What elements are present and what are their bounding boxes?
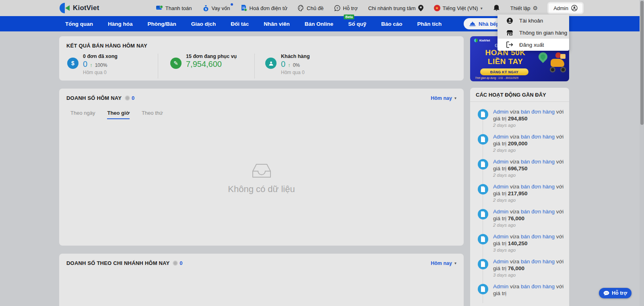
stat-customers-value: 0 [281,60,285,69]
stat-orders-serving: ✎ 15 đơn đang phục vụ 7,954,600 [158,54,255,79]
invoice-circle-icon [478,284,488,294]
scrollbar-thumb[interactable] [640,1,644,125]
kiotviet-logo[interactable]: KiotViet [60,3,99,13]
chevron-down-icon: ▾ [454,261,456,265]
nav-item[interactable]: Bán Online [305,21,333,27]
loan-link[interactable]: $ Vay vốn [202,5,230,12]
theme-link[interactable]: Chủ đề [298,5,324,11]
menu-item-store-info[interactable]: Thông tin gian hàng [497,27,569,39]
einvoice-link[interactable]: Hoá đơn điện tử [241,5,288,11]
tab-by-weekday[interactable]: Theo thứ [142,110,163,119]
stat-customers: Khách hàng 0 ↑ 0% Hôm qua 0 [255,54,310,79]
palette-icon [298,5,304,11]
up-arrow-icon: ↑ [288,62,291,68]
account-icon [506,17,513,24]
activity-order-link[interactable]: bán đơn hàng [521,258,555,265]
stat-serving-value: 7,954,600 [186,60,222,69]
user-account-button[interactable]: Admin [548,3,583,13]
activity-time: 2 days ago [493,148,565,153]
activity-order-link[interactable]: bán đơn hàng [521,234,555,240]
revenue-today-filter[interactable]: Hôm nay ▾ [431,95,456,101]
notifications-button[interactable] [493,4,500,12]
einvoice-label: Hoá đơn điện tử [250,5,288,11]
payment-card-icon [156,5,163,11]
activity-order-link[interactable]: bán đơn hàng [521,184,555,190]
money-bag-icon: $ [202,5,209,12]
revenue-branch-filter[interactable]: Hôm nay ▾ [431,261,456,266]
pencil-circle-icon: ✎ [170,58,182,69]
nav-item[interactable]: Hàng hóa [108,21,133,27]
nav-item[interactable]: Sổ quỹ [348,21,366,27]
activity-order-link[interactable]: bán đơn hàng [521,134,555,140]
banner-line3: LIỀN TAY [470,57,541,66]
activity-value: 76,000 [508,215,524,221]
bell-icon [493,4,500,12]
refresh-circle-icon [125,95,130,101]
activity-item: Admin vừa bán đơn hàng với giá trị 140,2… [470,233,569,258]
activity-time: 3 days ago [493,273,565,277]
brand-name: KiotViet [73,4,99,12]
location-pin-icon [418,5,423,11]
user-circle-icon [571,5,578,11]
activities-list: Admin vừa bán đơn hàng với giá trị 294,8… [470,102,569,303]
activity-user-link[interactable]: Admin [493,234,508,240]
help-chat-icon: ? [334,5,341,11]
nav-item[interactable]: Nhân viên [264,21,290,27]
invoice-circle-icon [478,109,488,120]
activity-user-link[interactable]: Admin [493,159,508,165]
activity-user-link[interactable]: Admin [493,184,508,190]
nav-item[interactable]: Phân tích [417,21,442,27]
activity-item: Admin vừa bán đơn hàng với giá trị 209,0… [470,133,569,158]
branch-label: Chi nhánh trung tâm [368,5,416,11]
support-floating-button[interactable]: Hỗ trợ [599,288,632,298]
nav-item[interactable]: Phòng/Bàn [148,21,176,27]
refresh-circle-icon [173,261,178,266]
menu-item-account[interactable]: Tài khoản [497,14,569,27]
activity-order-link[interactable]: bán đơn hàng [521,159,555,165]
activities-title: CÁC HOẠT ĐỘNG GẦN ĐÂY [470,88,569,102]
sales-summary-title: KẾT QUẢ BÁN HÀNG HÔM NAY [66,43,147,49]
invoice-circle-icon [478,184,488,194]
activity-user-link[interactable]: Admin [493,209,508,215]
payment-link[interactable]: Thanh toán [156,5,192,11]
tab-by-day[interactable]: Theo ngày [70,110,95,119]
revenue-today-title: DOANH SỐ HÔM NAY [66,95,122,101]
settings-button[interactable]: Thiết lập ⚙ [510,5,538,11]
activity-time: 2 days ago [493,173,565,178]
logout-label: Đăng xuất [519,42,544,48]
banner-cta-button[interactable]: ĐĂNG KÝ NGAY [480,68,528,75]
loan-notification-dot [231,3,233,6]
banner-scooter-illustration [549,52,568,76]
menu-item-logout[interactable]: Đăng xuất [497,39,569,51]
activity-text: Admin vừa bán đơn hàng với giá trị 76,00… [493,208,565,222]
nav-item[interactable]: Báo cáo [381,21,402,27]
store-icon [506,30,513,36]
nav-item[interactable]: Giao dịch [191,21,216,27]
page-scrollbar[interactable] [640,0,644,306]
nav-item[interactable]: Đối tác [231,21,249,27]
language-selector[interactable]: ★ Tiếng Việt (VN) ▾ [434,5,483,11]
activity-order-link[interactable]: bán đơn hàng [521,209,555,215]
revenue-branch-title: DOANH SỐ THEO CHI NHÁNH HÔM NAY [66,260,169,266]
activity-user-link[interactable]: Admin [493,283,508,289]
activity-order-link[interactable]: bán đơn hàng [521,109,555,115]
activity-order-link[interactable]: bán đơn hàng [521,283,555,289]
revenue-tabs: Theo ngày Theo giờ Theo thứ [59,101,464,119]
payment-label: Thanh toán [165,5,192,11]
loan-label: Vay vốn [212,5,230,11]
activity-user-link[interactable]: Admin [493,134,508,140]
activity-time: 2 days ago [493,123,565,128]
chat-bubble-icon [603,291,609,296]
stat-customers-sub: Hôm qua 0 [281,70,310,75]
activity-value: 217,950 [508,190,528,196]
activity-user-link[interactable]: Admin [493,258,508,265]
nav-item[interactable]: Tổng quan [65,21,93,27]
language-label: Tiếng Việt (VN) [443,5,478,11]
activity-value: 140,250 [508,240,528,246]
invoice-circle-icon [478,234,488,244]
branch-selector[interactable]: Chi nhánh trung tâm [368,5,423,11]
tab-by-hour[interactable]: Theo giờ [107,110,129,119]
activity-text: Admin vừa bán đơn hàng với giá trị 140,2… [493,233,565,247]
support-link[interactable]: ? Hỗ trợ Beta [334,5,358,11]
activity-user-link[interactable]: Admin [493,109,508,115]
